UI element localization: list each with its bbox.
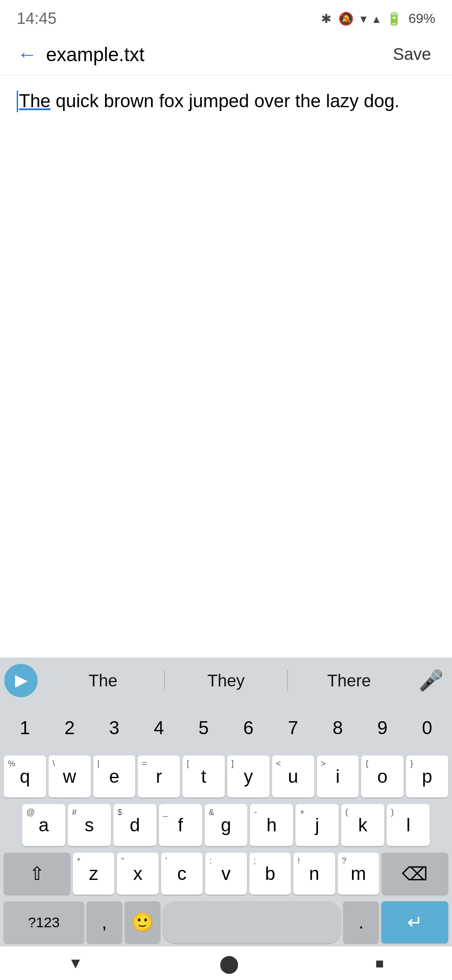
key-e[interactable]: |e (93, 756, 136, 797)
key-f[interactable]: _f (159, 804, 202, 846)
wifi-icon: ▾ (360, 11, 367, 26)
symbols-button[interactable]: ?123 (4, 901, 84, 943)
number-row: 1 2 3 4 5 6 7 8 9 0 (0, 704, 452, 752)
key-m[interactable]: ?m (338, 853, 379, 895)
zxcv-row: ⇧ *z "x 'c :v ;b !n ?m ⌫ (0, 849, 452, 898)
key-q[interactable]: %q (4, 756, 46, 797)
period-key[interactable]: . (343, 901, 379, 943)
qwerty-row: %q \w |e =r [t ]y <u >i {o }p (0, 752, 452, 801)
delete-icon: ⌫ (402, 863, 428, 885)
back-arrow-icon: ← (17, 43, 37, 66)
enter-icon: ↵ (407, 913, 423, 931)
suggestion-there[interactable]: There (288, 658, 410, 704)
status-bar: 14:45 ✱ 🔕 ▾ ▴ 🔋 69% (0, 0, 452, 34)
asdf-row: @a #s $d _f &g -h +j (k )l (0, 801, 452, 849)
key-s[interactable]: #s (68, 804, 111, 846)
editor-area[interactable]: The quick brown fox jumped over the lazy… (0, 75, 452, 394)
key-l[interactable]: )l (387, 804, 430, 846)
key-a[interactable]: @a (22, 804, 65, 846)
shift-button[interactable]: ⇧ (4, 853, 70, 895)
back-nav-icon[interactable]: ▼ (68, 954, 83, 972)
emoji-button[interactable]: 🙂 (125, 901, 160, 943)
key-n[interactable]: !n (293, 853, 335, 895)
key-1[interactable]: 1 (4, 707, 46, 749)
enter-button[interactable]: ↵ (381, 901, 448, 943)
signal-icon: ▴ (373, 11, 380, 26)
key-k[interactable]: (k (341, 804, 384, 846)
bottom-row: ?123 , 🙂 . ↵ (0, 898, 452, 946)
mute-icon: 🔕 (338, 11, 354, 26)
recents-nav-icon[interactable]: ■ (375, 955, 384, 972)
key-r[interactable]: =r (138, 756, 180, 797)
key-y[interactable]: ]y (227, 756, 270, 797)
comma-key[interactable]: , (87, 901, 122, 943)
key-4[interactable]: 4 (138, 707, 180, 749)
mic-button[interactable]: 🎤 (414, 669, 448, 692)
bluetooth-icon: ✱ (321, 11, 331, 26)
file-title: example.txt (42, 43, 385, 66)
save-button[interactable]: Save (385, 41, 439, 68)
back-button[interactable]: ← (13, 40, 42, 69)
space-key[interactable] (163, 901, 341, 943)
key-6[interactable]: 6 (227, 707, 270, 749)
key-g[interactable]: &g (205, 804, 248, 846)
highlighted-word: The (19, 90, 51, 111)
key-9[interactable]: 9 (361, 707, 403, 749)
home-nav-icon[interactable]: ⬤ (219, 953, 239, 974)
expand-arrow-icon: ▶ (15, 672, 27, 689)
status-time: 14:45 (17, 10, 56, 28)
top-bar: ← example.txt Save (0, 34, 452, 75)
suggestions-expand-button[interactable]: ▶ (4, 664, 38, 697)
key-z[interactable]: *z (73, 853, 114, 895)
key-0[interactable]: 0 (406, 707, 448, 749)
key-d[interactable]: $d (113, 804, 157, 846)
microphone-icon: 🎤 (419, 669, 444, 692)
battery-icon: 🔋 (386, 11, 402, 26)
key-c[interactable]: 'c (161, 853, 203, 895)
key-t[interactable]: [t (182, 756, 225, 797)
key-j[interactable]: +j (295, 804, 339, 846)
key-i[interactable]: >i (317, 756, 359, 797)
key-x[interactable]: "x (117, 853, 158, 895)
key-w[interactable]: \w (49, 756, 91, 797)
key-b[interactable]: ;b (249, 853, 291, 895)
delete-button[interactable]: ⌫ (382, 853, 448, 895)
key-3[interactable]: 3 (93, 707, 136, 749)
status-icons: ✱ 🔕 ▾ ▴ 🔋 69% (321, 11, 435, 26)
key-p[interactable]: }p (406, 756, 448, 797)
bottom-nav: ▼ ⬤ ■ (0, 946, 452, 980)
key-u[interactable]: <u (272, 756, 314, 797)
keyboard-container: ▶ The They There 🎤 1 2 3 4 5 6 7 8 9 0 %… (0, 658, 452, 946)
key-5[interactable]: 5 (182, 707, 225, 749)
text-cursor (17, 90, 18, 112)
key-h[interactable]: -h (250, 804, 293, 846)
key-2[interactable]: 2 (49, 707, 91, 749)
suggestion-the[interactable]: The (42, 658, 164, 704)
suggestion-they[interactable]: They (165, 658, 287, 704)
key-v[interactable]: :v (205, 853, 247, 895)
editor-content-rest: quick brown fox jumped over the lazy dog… (51, 90, 400, 111)
key-8[interactable]: 8 (317, 707, 359, 749)
key-o[interactable]: {o (361, 756, 403, 797)
battery-percentage: 69% (408, 11, 435, 26)
editor-text[interactable]: The quick brown fox jumped over the lazy… (17, 88, 435, 114)
key-7[interactable]: 7 (272, 707, 314, 749)
suggestions-bar: ▶ The They There 🎤 (0, 658, 452, 704)
